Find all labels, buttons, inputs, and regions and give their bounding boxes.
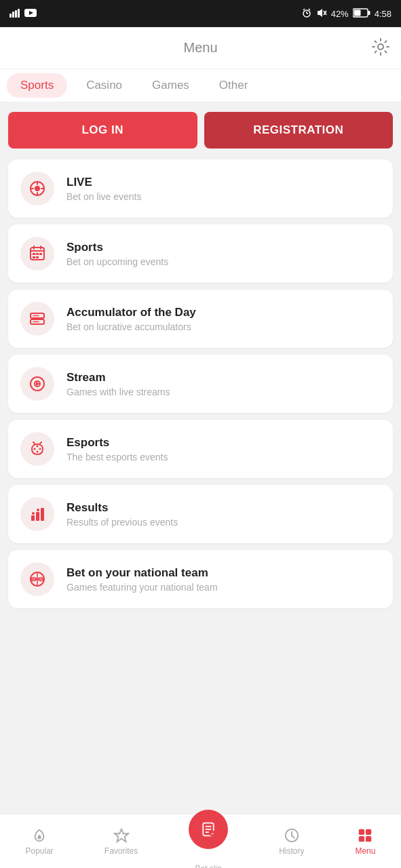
svg-rect-15 [368,11,370,15]
register-button[interactable]: REGISTRATION [204,112,394,149]
svg-line-9 [303,9,305,10]
nav-favorites-label: Favorites [104,846,138,856]
svg-point-43 [37,451,39,453]
nav-betslip-label: Bet slip [195,864,221,869]
svg-marker-54 [114,829,128,841]
nav-menu-label: Menu [355,846,375,856]
nav-menu[interactable]: Menu [348,823,382,860]
header: Menu [0,27,401,69]
live-subtitle: Bet on live events [66,191,142,202]
nav-favorites[interactable]: Favorites [98,823,145,860]
svg-rect-0 [9,14,12,18]
esports-icon [20,432,54,466]
accumulator-text: Accumulator of the Day Bet on lucrative … [66,306,196,332]
bet-slip-button[interactable]: + [189,810,228,849]
sports-title: Sports [66,241,168,254]
svg-rect-66 [359,835,364,841]
svg-point-19 [35,186,40,191]
stream-subtitle: Games with live streams [66,387,170,397]
sports-subtitle: Bet on upcoming events [66,256,168,267]
svg-point-50 [37,509,39,511]
nav-betslip[interactable]: + Bet slip [182,806,235,869]
national-subtitle: Games featuring your national team [66,582,218,593]
signal-icon [9,8,22,20]
svg-line-44 [33,442,35,443]
svg-point-42 [37,446,39,448]
national-title: Bet on your national team [66,566,218,580]
nav-popular[interactable]: Popular [18,823,60,860]
nav-history-label: History [279,846,304,856]
header-title: Menu [183,40,217,56]
content: LOG IN REGISTRATION LIVE Bet on live eve… [0,102,401,814]
svg-rect-29 [36,253,39,255]
esports-subtitle: The best esports events [66,452,168,462]
svg-rect-2 [15,10,17,18]
svg-point-17 [378,44,383,50]
menu-item-sports[interactable]: Sports Bet on upcoming events [8,224,393,283]
svg-rect-31 [33,256,35,258]
svg-point-41 [39,448,41,450]
settings-button[interactable] [371,37,390,58]
menu-item-esports[interactable]: Esports The best esports events [8,420,393,478]
svg-rect-48 [41,508,44,521]
accumulator-icon [20,302,54,336]
tab-games[interactable]: Games [137,69,204,102]
svg-rect-47 [36,512,39,521]
status-bar: 42% 4:58 [0,0,401,27]
sports-text: Sports Bet on upcoming events [66,241,168,267]
youtube-icon [24,8,37,20]
results-subtitle: Results of previous events [66,517,178,528]
svg-line-45 [40,442,41,443]
esports-title: Esports [66,436,168,450]
sports-icon [20,237,54,271]
battery-text: 42% [331,9,349,19]
svg-rect-64 [359,829,364,834]
accumulator-subtitle: Bet on lucrative accumulators [66,321,196,332]
menu-item-national[interactable]: Bet on your national team Games featurin… [8,550,393,608]
tabs: Sports Casino Games Other [0,69,401,102]
tab-sports[interactable]: Sports [7,73,67,98]
svg-rect-65 [366,829,371,834]
menu-item-accumulator[interactable]: Accumulator of the Day Bet on lucrative … [8,290,393,348]
stream-icon [20,367,54,401]
svg-text:+: + [211,831,214,837]
mute-icon [316,7,327,20]
status-right: 42% 4:58 [301,7,392,20]
svg-line-10 [309,9,310,10]
tab-casino[interactable]: Casino [71,69,137,102]
stream-text: Stream Games with live streams [66,371,170,397]
live-title: LIVE [66,176,142,189]
auth-buttons: LOG IN REGISTRATION [8,112,393,149]
svg-rect-28 [33,253,35,255]
menu-item-results[interactable]: Results Results of previous events [8,485,393,543]
login-button[interactable]: LOG IN [8,112,197,149]
nav-history[interactable]: History [272,823,311,860]
time: 4:58 [375,9,392,19]
svg-marker-11 [318,9,322,17]
svg-rect-46 [31,515,35,521]
accumulator-title: Accumulator of the Day [66,306,196,319]
stream-title: Stream [66,371,170,384]
svg-rect-16 [354,9,360,16]
svg-point-49 [32,512,35,515]
national-text: Bet on your national team Games featurin… [66,566,218,593]
esports-text: Esports The best esports events [66,436,168,462]
nav-popular-label: Popular [25,846,53,856]
live-text: LIVE Bet on live events [66,176,142,202]
svg-rect-67 [366,835,371,841]
national-icon [20,562,54,596]
battery-icon [353,8,370,20]
results-icon [20,497,54,531]
svg-rect-30 [39,253,42,255]
svg-line-63 [292,835,294,838]
bottom-nav: Popular Favorites + Bet slip History [0,814,401,868]
alarm-icon [301,7,312,20]
svg-rect-1 [12,12,14,18]
menu-item-live[interactable]: LIVE Bet on live events [8,159,393,218]
menu-item-stream[interactable]: Stream Games with live streams [8,355,393,413]
live-icon [20,172,54,205]
tab-other[interactable]: Other [204,69,263,102]
svg-point-40 [34,448,36,450]
results-text: Results Results of previous events [66,501,178,528]
svg-rect-3 [18,9,20,18]
